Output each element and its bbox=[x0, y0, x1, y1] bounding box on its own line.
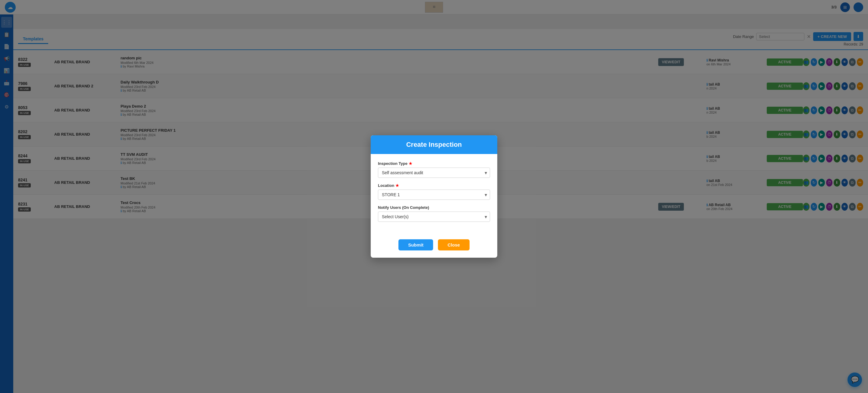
notify-users-select[interactable]: Select User(s) bbox=[378, 212, 490, 222]
notify-users-select-wrapper: Select User(s) bbox=[378, 212, 490, 222]
inspection-type-select-wrapper: Self assessment audit bbox=[378, 168, 490, 178]
required-star: ★ bbox=[409, 161, 412, 166]
modal-overlay: Create Inspection Inspection Type ★ Self… bbox=[0, 0, 868, 238]
modal-header: Create Inspection bbox=[371, 135, 497, 154]
location-label: Location ★ bbox=[378, 183, 490, 188]
modal-title: Create Inspection bbox=[406, 141, 462, 148]
notify-users-label: Notify Users (On Complete) bbox=[378, 205, 490, 210]
required-star: ★ bbox=[396, 183, 399, 188]
location-select-wrapper: STORE 1 bbox=[378, 189, 490, 200]
notify-users-group: Notify Users (On Complete) Select User(s… bbox=[378, 205, 490, 222]
location-select[interactable]: STORE 1 bbox=[378, 189, 490, 200]
create-inspection-modal: Create Inspection Inspection Type ★ Self… bbox=[371, 135, 497, 238]
modal-body: Inspection Type ★ Self assessment audit … bbox=[371, 154, 497, 235]
inspection-type-group: Inspection Type ★ Self assessment audit bbox=[378, 161, 490, 178]
modal-footer: Submit Close bbox=[371, 235, 497, 238]
location-group: Location ★ STORE 1 bbox=[378, 183, 490, 200]
inspection-type-label: Inspection Type ★ bbox=[378, 161, 490, 166]
inspection-type-select[interactable]: Self assessment audit bbox=[378, 168, 490, 178]
